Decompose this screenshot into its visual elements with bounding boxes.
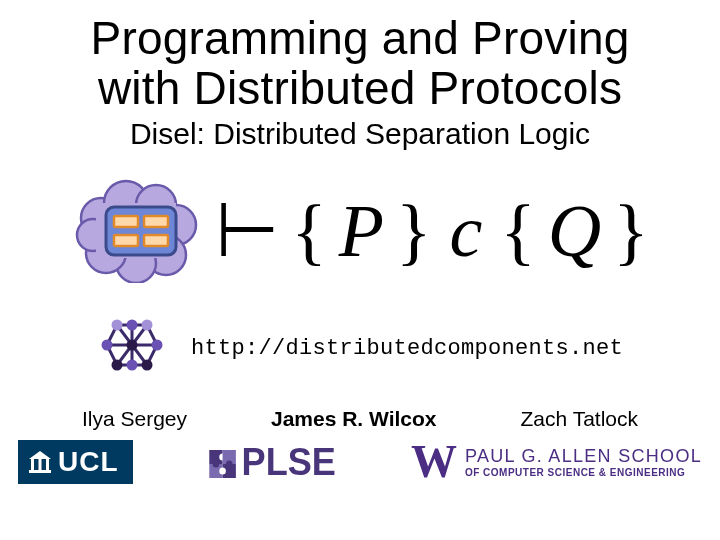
turnstile: ⊢ — [215, 187, 279, 274]
title-line1: Programming and Proving — [91, 12, 630, 64]
author-1: Ilya Sergey — [82, 407, 187, 431]
precondition: P — [339, 189, 384, 274]
svg-point-29 — [101, 340, 112, 351]
postcondition: Q — [548, 189, 601, 274]
url-row: http://distributedcomponents.net — [0, 311, 720, 385]
svg-rect-13 — [144, 235, 168, 246]
allen-school-text: PAUL G. ALLEN SCHOOL OF COMPUTER SCIENCE… — [465, 447, 702, 478]
affiliation-logos: UCL PLSE — [0, 439, 720, 485]
svg-point-31 — [151, 340, 162, 351]
author-3: Zach Tatlock — [521, 407, 639, 431]
command: c — [449, 189, 482, 274]
authors: Ilya Sergey James R. Wilcox Zach Tatlock — [0, 407, 720, 431]
uw-w-icon: W — [411, 439, 457, 485]
lbrace-2: { — [500, 189, 536, 274]
svg-point-28 — [141, 320, 152, 331]
plse-logo: PLSE — [207, 441, 335, 484]
allen-line1: PAUL G. ALLEN SCHOOL — [465, 447, 702, 465]
plse-logo-text: PLSE — [242, 441, 336, 484]
dist-cloud-icon — [71, 173, 201, 287]
svg-point-34 — [141, 360, 152, 371]
lbrace-1: { — [291, 189, 327, 274]
title-line2: with Distributed Protocols — [98, 62, 622, 114]
allen-line2: OF COMPUTER SCIENCE & ENGINEERING — [465, 468, 702, 478]
ucl-logo-text: UCL — [58, 446, 119, 478]
svg-rect-12 — [114, 235, 138, 246]
formula-row: ⊢ { P } c { Q } — [0, 173, 720, 287]
plse-puzzle-icon — [207, 446, 237, 478]
svg-point-33 — [126, 360, 137, 371]
svg-rect-11 — [144, 216, 168, 227]
author-2: James R. Wilcox — [271, 407, 437, 431]
network-graph-icon — [97, 311, 167, 385]
ucl-gate-icon — [28, 450, 52, 474]
svg-point-26 — [111, 320, 122, 331]
subtitle: Disel: Distributed Separation Logic — [0, 117, 720, 151]
rbrace-2: } — [613, 189, 649, 274]
svg-point-32 — [111, 360, 122, 371]
title: Programming and Proving with Distributed… — [0, 0, 720, 113]
ucl-logo: UCL — [18, 440, 133, 484]
slide: Programming and Proving with Distributed… — [0, 0, 720, 540]
svg-point-30 — [126, 340, 137, 351]
svg-rect-35 — [29, 470, 51, 473]
svg-rect-9 — [106, 207, 176, 255]
allen-school-logo: W PAUL G. ALLEN SCHOOL OF COMPUTER SCIEN… — [411, 439, 702, 485]
project-url: http://distributedcomponents.net — [191, 336, 623, 361]
svg-rect-37 — [39, 459, 42, 470]
rbrace-1: } — [396, 189, 432, 274]
svg-point-27 — [126, 320, 137, 331]
svg-rect-36 — [31, 459, 34, 470]
svg-rect-10 — [114, 216, 138, 227]
hoare-triple: ⊢ { P } c { Q } — [215, 187, 649, 274]
svg-rect-38 — [46, 459, 49, 470]
